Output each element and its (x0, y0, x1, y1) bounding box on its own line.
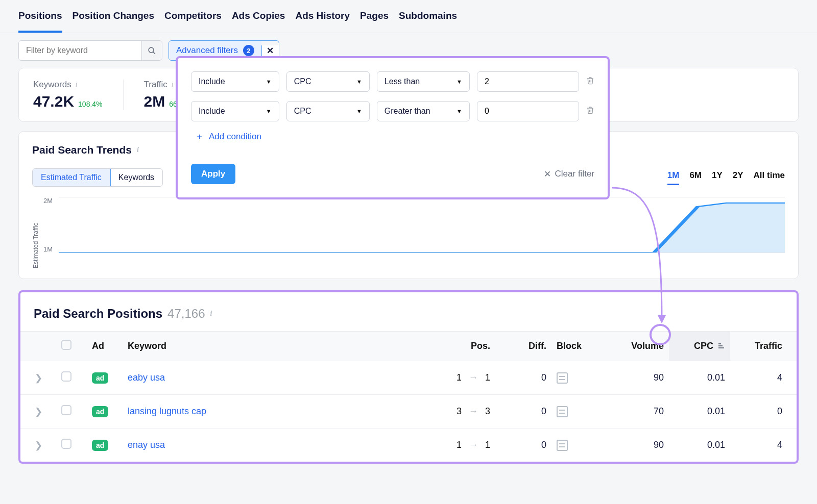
expand-row-button[interactable]: ❯ (20, 395, 56, 429)
stat-keywords: Keywords i 47.2K 108.4% (33, 80, 124, 110)
apply-button[interactable]: Apply (191, 164, 235, 184)
col-cpc[interactable]: CPC (669, 332, 730, 361)
cpc-cell: 0.01 (669, 395, 730, 429)
tab-pages[interactable]: Pages (360, 7, 389, 33)
keyword-link[interactable]: lansing lugnuts cap (128, 406, 206, 416)
search-icon (148, 46, 156, 55)
expand-row-button[interactable]: ❯ (20, 361, 56, 395)
segment-keywords[interactable]: Keywords (110, 169, 162, 186)
row-checkbox[interactable] (61, 371, 71, 382)
range-1y[interactable]: 1Y (712, 170, 723, 185)
table-row: ❯ ad enay usa 1→1 0 90 0.01 4 (20, 429, 797, 462)
traffic-cell: 4 (730, 429, 797, 462)
y-tick: 2M (43, 197, 53, 205)
block-cell (551, 429, 603, 462)
range-1m[interactable]: 1M (667, 170, 680, 185)
advanced-filters-label: Advanced filters (176, 45, 238, 56)
serp-block-icon[interactable] (557, 440, 568, 451)
svg-point-0 (149, 47, 154, 53)
diff-cell: 0 (495, 395, 551, 429)
traffic-cell: 4 (730, 361, 797, 395)
condition-metric-select[interactable]: CPC▼ (286, 101, 370, 121)
serp-block-icon[interactable] (557, 372, 568, 384)
serp-block-icon[interactable] (557, 406, 568, 417)
checkbox-all[interactable] (61, 340, 71, 350)
keyword-link[interactable]: eaby usa (128, 372, 165, 383)
tab-position-changes[interactable]: Position Changes (73, 7, 154, 33)
row-checkbox[interactable] (61, 439, 71, 449)
block-cell (551, 395, 603, 429)
condition-value-input[interactable] (477, 71, 579, 92)
col-keyword[interactable]: Keyword (123, 332, 424, 361)
col-ad[interactable]: Ad (87, 332, 123, 361)
segment-estimated-traffic[interactable]: Estimated Traffic (33, 169, 110, 186)
y-tick: 1M (43, 245, 53, 253)
y-axis-label: Estimated Traffic (32, 197, 39, 268)
traffic-cell: 0 (730, 395, 797, 429)
range-6m[interactable]: 6M (689, 170, 702, 185)
arrow-right-icon: → (469, 406, 478, 417)
y-axis-ticks: 2M 1M (43, 197, 53, 253)
position-cell: 1→1 (429, 372, 490, 383)
clear-filter-button[interactable]: ✕ Clear filter (544, 169, 594, 180)
filter-condition-row: Include▼ CPC▼ Less than▼ (191, 71, 594, 92)
advanced-filters-clear[interactable]: ✕ (261, 45, 279, 56)
range-all-time[interactable]: All time (754, 170, 785, 185)
table-row: ❯ ad lansing lugnuts cap 3→3 0 70 0.01 0 (20, 395, 797, 429)
row-checkbox[interactable] (61, 405, 71, 415)
info-icon[interactable]: i (76, 81, 78, 89)
trends-title: Paid Search Trends (32, 144, 132, 156)
stat-keywords-value: 47.2K (33, 93, 74, 110)
stat-keywords-label: Keywords (33, 80, 71, 90)
delete-condition-button[interactable] (586, 106, 594, 117)
keyword-filter-input[interactable] (19, 41, 141, 60)
condition-operator-select[interactable]: Less than▼ (377, 71, 470, 92)
condition-include-select[interactable]: Include▼ (191, 71, 279, 92)
col-traffic[interactable]: Traffic (730, 332, 797, 361)
condition-value-input[interactable] (477, 101, 579, 121)
ad-badge: ad (92, 440, 108, 451)
condition-metric-select[interactable]: CPC▼ (286, 71, 370, 92)
diff-cell: 0 (495, 429, 551, 462)
search-button[interactable] (141, 41, 162, 60)
keyword-link[interactable]: enay usa (128, 440, 165, 450)
tab-ads-history[interactable]: Ads History (295, 7, 350, 33)
info-icon[interactable]: i (210, 310, 212, 318)
condition-operator-select[interactable]: Greater than▼ (377, 101, 470, 121)
ad-badge: ad (92, 406, 108, 417)
top-tabs: Positions Position Changes Competitors A… (0, 0, 817, 33)
tab-positions[interactable]: Positions (18, 7, 62, 33)
col-volume[interactable]: Volume (603, 332, 669, 361)
keyword-filter-wrap (18, 40, 162, 61)
positions-table: Ad Keyword Pos. Diff. Block Volume CPC T… (20, 331, 797, 462)
ad-badge: ad (92, 372, 108, 384)
range-2y[interactable]: 2Y (733, 170, 743, 185)
trash-icon (586, 76, 594, 85)
expand-row-button[interactable]: ❯ (20, 429, 56, 462)
advanced-filters-popover: Include▼ CPC▼ Less than▼ Include▼ CPC▼ G… (176, 56, 610, 199)
trends-range: 1M 6M 1Y 2Y All time (667, 170, 785, 185)
info-icon[interactable]: i (172, 81, 174, 89)
add-condition-label: Add condition (209, 132, 261, 142)
tab-subdomains[interactable]: Subdomains (399, 7, 457, 33)
volume-cell: 90 (603, 429, 669, 462)
delete-condition-button[interactable] (586, 76, 594, 88)
diff-cell: 0 (495, 361, 551, 395)
col-block[interactable]: Block (551, 332, 603, 361)
add-condition-button[interactable]: ＋ Add condition (195, 131, 594, 142)
stat-traffic-value: 2M (144, 93, 165, 110)
clear-filter-label: Clear filter (555, 169, 594, 179)
position-cell: 1→1 (429, 440, 490, 450)
info-icon[interactable]: i (137, 146, 139, 154)
volume-cell: 70 (603, 395, 669, 429)
col-pos[interactable]: Pos. (424, 332, 495, 361)
filter-condition-row: Include▼ CPC▼ Greater than▼ (191, 101, 594, 121)
tab-ads-copies[interactable]: Ads Copies (232, 7, 285, 33)
block-cell (551, 361, 603, 395)
col-diff[interactable]: Diff. (495, 332, 551, 361)
table-row: ❯ ad eaby usa 1→1 0 90 0.01 4 (20, 361, 797, 395)
cpc-cell: 0.01 (669, 361, 730, 395)
condition-include-select[interactable]: Include▼ (191, 101, 279, 121)
tab-competitors[interactable]: Competitors (164, 7, 222, 33)
volume-cell: 90 (603, 361, 669, 395)
